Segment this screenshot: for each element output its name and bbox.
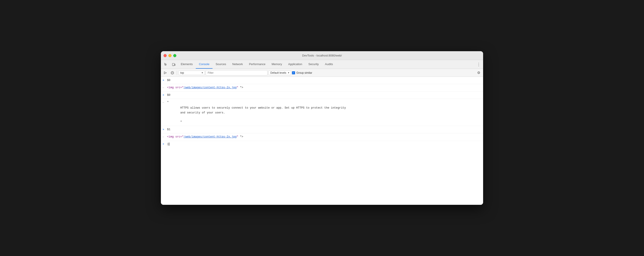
more-tabs-button[interactable]: ⋮: [475, 61, 482, 68]
minimize-button[interactable]: [168, 54, 172, 57]
gear-icon: ⚙: [477, 70, 480, 75]
console-text-3: $0: [167, 93, 481, 97]
maximize-button[interactable]: [173, 54, 176, 57]
context-selector[interactable]: top ▾: [178, 70, 205, 75]
close-button[interactable]: [164, 54, 167, 57]
console-multiline-1: HTTPS allows users to securely connect t…: [161, 105, 483, 125]
console-row-2: ← <img src="/web/images/content-https-2x…: [161, 85, 483, 90]
clear-console-button[interactable]: [169, 70, 176, 76]
device-icon: [172, 63, 176, 66]
devtools-window: DevTools - localhost:8080/web/ Elements …: [161, 51, 483, 205]
tab-memory[interactable]: Memory: [268, 60, 285, 69]
chevron-down-icon: ▾: [202, 72, 203, 74]
execute-button[interactable]: [162, 70, 168, 76]
input-prompt-icon: >: [163, 142, 167, 146]
console-row-4: ← ": [161, 100, 483, 105]
execute-icon: [164, 71, 167, 74]
console-link-2[interactable]: /web/images/content-https-2x.jpg: [184, 135, 236, 138]
chevron-down-icon-levels: ▾: [288, 72, 289, 74]
titlebar: DevTools - localhost:8080/web/: [161, 51, 483, 60]
tab-audits[interactable]: Audits: [322, 60, 336, 69]
tab-application[interactable]: Application: [285, 60, 306, 69]
console-text-1: $0: [167, 78, 481, 82]
device-toolbar-button[interactable]: [170, 60, 178, 68]
console-entry-1: > $0: [161, 77, 483, 84]
svg-marker-3: [164, 72, 166, 74]
tab-security[interactable]: Security: [305, 60, 322, 69]
console-text-5: $1: [167, 127, 481, 132]
tab-console[interactable]: Console: [196, 60, 212, 69]
console-row-5: > $1: [161, 127, 483, 132]
filter-input[interactable]: [206, 70, 268, 76]
tab-list: Elements Console Sources Network Perform…: [178, 60, 475, 69]
cursor-icon: [164, 63, 168, 66]
console-entry-4: ← " HTTPS allows users to securely conne…: [161, 99, 483, 126]
console-text-4: ": [167, 100, 481, 104]
console-entry-6: ← <img src="/web/images/content-https-2x…: [161, 133, 483, 141]
prompt-icon-3: >: [163, 127, 167, 132]
console-text-2: <img src="/web/images/content-https-2x.j…: [167, 86, 481, 90]
prompt-icon-1: >: [163, 78, 167, 82]
console-toolbar: top ▾ Default levels ▾ ✓ Group similar ⚙: [161, 69, 483, 77]
console-row-1: > $0: [161, 78, 483, 83]
traffic-lights: [164, 54, 176, 57]
clear-icon: [170, 71, 174, 74]
console-entry-5: > $1: [161, 126, 483, 133]
settings-button[interactable]: ⚙: [476, 70, 482, 76]
return-icon-2: ←: [163, 100, 167, 105]
tab-elements[interactable]: Elements: [178, 60, 196, 69]
window-title: DevTools - localhost:8080/web/: [302, 54, 342, 57]
console-input-row[interactable]: > |: [161, 141, 483, 147]
group-similar-checkbox[interactable]: ✓: [292, 71, 295, 74]
return-icon-3: ←: [163, 134, 167, 139]
inspect-element-button[interactable]: [162, 60, 170, 68]
more-icon: ⋮: [477, 62, 481, 67]
svg-rect-1: [174, 64, 175, 66]
console-row-6: ← <img src="/web/images/content-https-2x…: [161, 134, 483, 140]
log-levels-button[interactable]: Default levels ▾: [268, 70, 291, 75]
console-link-1[interactable]: /web/images/content-https-2x.jpg: [184, 86, 236, 89]
console-row-3: > $0: [161, 92, 483, 98]
console-output: > $0 ← <img src="/web/images/content-htt…: [161, 77, 483, 205]
tab-network[interactable]: Network: [229, 60, 246, 69]
tab-performance[interactable]: Performance: [246, 60, 268, 69]
return-icon-1: ←: [163, 86, 167, 90]
group-similar-toggle[interactable]: ✓ Group similar: [292, 71, 312, 74]
toolbar-divider-1: [177, 70, 177, 75]
tab-sources[interactable]: Sources: [212, 60, 229, 69]
console-entry-2: ← <img src="/web/images/content-https-2x…: [161, 84, 483, 92]
prompt-icon-2: >: [163, 93, 167, 97]
console-entry-3: > $0: [161, 92, 483, 99]
console-text-6: <img src="/web/images/content-https-2x.j…: [167, 134, 481, 139]
devtools-tabbar: Elements Console Sources Network Perform…: [161, 60, 483, 69]
console-input-cursor: |: [167, 142, 169, 146]
